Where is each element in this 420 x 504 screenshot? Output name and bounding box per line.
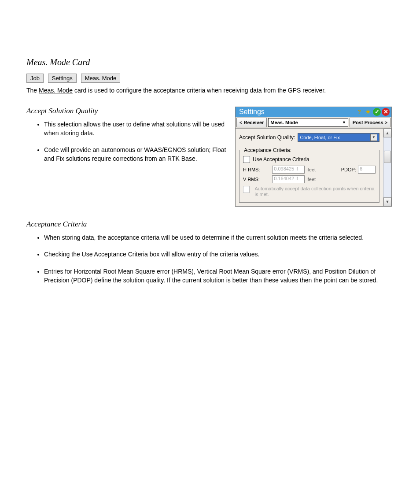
vrms-label: V RMS: xyxy=(243,177,270,182)
settings-panel: Settings ? ★ ✓ ✕ < Receiver Meas. Mode ▼… xyxy=(235,107,392,207)
use-criteria-label: Use Acceptance Criteria xyxy=(253,156,309,163)
breadcrumb-job: Job xyxy=(26,74,44,83)
scroll-down-icon[interactable]: ▼ xyxy=(383,197,391,206)
asq-field-label: Accept Solution Quality xyxy=(26,107,226,115)
prev-tab-button[interactable]: < Receiver xyxy=(236,118,267,127)
scrollbar-thumb[interactable] xyxy=(384,151,391,163)
acceptance-criteria-group: Acceptance Criteria: Use Acceptance Crit… xyxy=(239,147,379,203)
breadcrumb: Job Settings Meas. Mode xyxy=(26,74,394,83)
breadcrumb-measmode: Meas. Mode xyxy=(81,74,121,83)
close-icon[interactable]: ✕ xyxy=(382,108,390,116)
intro-text: The Meas. Mode card is used to configure… xyxy=(26,86,394,95)
chevron-down-icon: ▼ xyxy=(342,120,346,125)
hrms-input[interactable]: 0.098425 if xyxy=(272,166,305,174)
favorite-icon[interactable]: ★ xyxy=(364,108,372,116)
use-criteria-checkbox[interactable] xyxy=(243,156,250,163)
settings-tabbar: < Receiver Meas. Mode ▼ Post Process > xyxy=(236,117,391,129)
section-heading: Meas. Mode Card xyxy=(26,57,394,67)
intro-underlined: Meas. Mode xyxy=(39,87,73,94)
scrollbar[interactable]: ▲ ▼ xyxy=(383,129,391,207)
ac-field-label: Acceptance Criteria xyxy=(26,220,394,229)
vrms-input[interactable]: 0.164042 if xyxy=(272,175,305,183)
list-item: Code will provide an autonomous or WAAS/… xyxy=(44,145,226,163)
list-item: This selection allows the user to define… xyxy=(44,120,226,138)
next-tab-button[interactable]: Post Process > xyxy=(350,118,391,127)
hrms-unit: ifeet xyxy=(306,167,326,172)
scrollbar-track[interactable] xyxy=(383,137,391,198)
auto-accept-label: Automatically accept data collection poi… xyxy=(255,186,376,198)
pdop-input[interactable]: 6 xyxy=(358,166,376,174)
acceptance-criteria-legend: Acceptance Criteria: xyxy=(243,147,292,153)
ac-bullets: When storing data, the acceptance criter… xyxy=(26,233,394,285)
list-item: Entries for Horizontal Root Mean Square … xyxy=(44,267,394,285)
intro-suffix: card is used to configure the acceptance… xyxy=(73,87,326,94)
ok-icon[interactable]: ✓ xyxy=(373,108,381,116)
help-icon[interactable]: ? xyxy=(355,108,363,116)
hrms-label: H RMS: xyxy=(243,167,270,172)
asq-bullets: This selection allows the user to define… xyxy=(26,120,226,163)
current-tab-dropdown[interactable]: Meas. Mode ▼ xyxy=(268,118,348,127)
current-tab-label: Meas. Mode xyxy=(270,120,298,125)
breadcrumb-settings: Settings xyxy=(48,74,77,83)
accept-quality-label: Accept Solution Quality: xyxy=(239,134,295,141)
pdop-label: PDOP: xyxy=(328,167,356,172)
accept-quality-value: Code, Float, or Fix xyxy=(300,135,339,140)
list-item: When storing data, the acceptance criter… xyxy=(44,233,394,242)
accept-quality-select[interactable]: Code, Float, or Fix ▼ xyxy=(298,133,379,142)
settings-title: Settings xyxy=(239,108,354,116)
intro-prefix: The xyxy=(26,87,39,94)
vrms-unit: ifeet xyxy=(306,177,326,182)
chevron-down-icon: ▼ xyxy=(370,134,377,141)
auto-accept-checkbox[interactable] xyxy=(243,186,250,193)
list-item: Checking the Use Acceptance Criteria box… xyxy=(44,250,394,259)
scroll-up-icon[interactable]: ▲ xyxy=(383,129,391,137)
settings-titlebar: Settings ? ★ ✓ ✕ xyxy=(236,107,391,117)
